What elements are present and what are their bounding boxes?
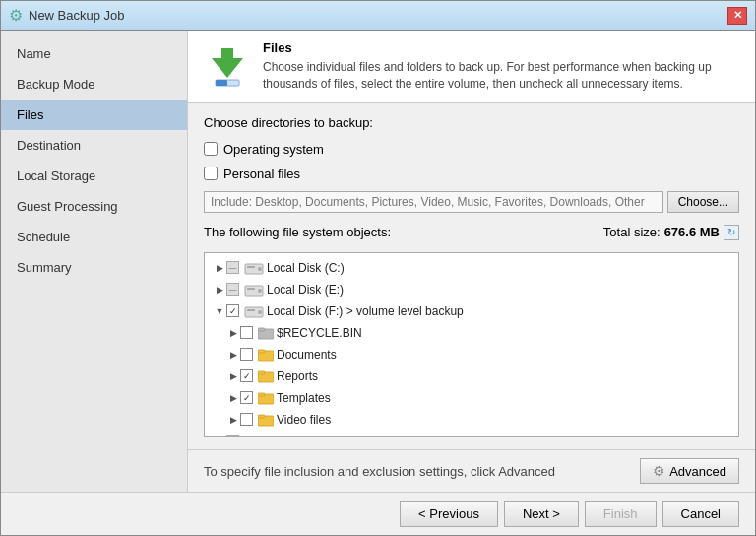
sidebar-item-files[interactable]: Files [1,100,187,130]
gear-icon: ⚙ [9,6,23,25]
drive-icon-c [244,261,264,275]
expand-system-reserved[interactable]: ▶ [213,435,226,437]
label-f-drive: Local Disk (F:) > volume level backup [267,304,464,318]
expand-recycle[interactable]: ▶ [226,326,240,340]
include-row: Choose... [204,191,739,213]
svg-point-5 [258,267,262,271]
cancel-button[interactable]: Cancel [662,501,739,527]
sidebar-item-destination[interactable]: Destination [1,130,187,161]
folder-icon-templates [258,391,274,405]
checkbox-system-reserved[interactable]: — [226,435,239,437]
svg-point-8 [258,289,262,293]
header-section: Files Choose individual files and folder… [188,31,755,103]
tree-item-reports[interactable]: ▶ ✓ Reports [205,366,738,387]
drive-icon-f [244,304,264,318]
checkbox-video[interactable] [240,413,253,426]
svg-point-11 [258,310,262,314]
refresh-icon[interactable]: ↻ [724,225,739,240]
tree-item-system-reserved[interactable]: ▶ — System Reserved [205,431,738,437]
svg-rect-2 [216,80,227,86]
advanced-button[interactable]: ⚙ Advanced [640,458,739,484]
sidebar-item-guest-processing[interactable]: Guest Processing [1,191,187,222]
folder-icon-documents [258,348,274,362]
svg-marker-0 [212,48,243,78]
personal-checkbox-row: Personal files [204,167,739,181]
personal-checkbox-label: Personal files [223,167,300,181]
svg-rect-13 [258,328,265,331]
tree-item-c-drive[interactable]: ▶ — Local Disk (C:) [205,257,738,279]
folder-icon-recycle [258,326,274,340]
label-system-reserved: System Reserved [267,435,360,437]
next-button[interactable]: Next > [504,501,579,527]
include-input[interactable] [204,191,663,213]
close-button[interactable]: ✕ [727,7,747,25]
tree-item-video[interactable]: ▶ Video files [205,409,738,431]
checkbox-f-drive[interactable]: ✓ [226,304,239,317]
sidebar-item-summary[interactable]: Summary [1,252,187,283]
total-size: Total size: 676.6 MB ↻ [603,225,739,240]
sidebar-item-backup-mode[interactable]: Backup Mode [1,69,187,100]
svg-rect-4 [247,266,255,268]
header-desc: Choose individual files and folders to b… [263,59,739,93]
expand-c-drive[interactable]: ▶ [213,261,226,275]
window-title: New Backup Job [29,8,125,23]
label-e-drive: Local Disk (E:) [267,283,344,297]
total-size-label: Total size: [603,225,661,239]
expand-f-drive[interactable]: ▼ [213,304,226,318]
previous-button[interactable]: < Previous [400,501,498,527]
label-documents: Documents [277,348,337,362]
tree-item-e-drive[interactable]: ▶ — Local Disk (E:) [205,279,738,301]
os-checkbox-label: Operating system [223,142,324,157]
tree-item-f-drive[interactable]: ▼ ✓ Local Disk (F:) > volume level backu… [205,301,738,322]
svg-rect-17 [258,371,265,374]
files-icon [204,40,251,88]
expand-templates[interactable]: ▶ [226,391,240,405]
hint-text: To specify file inclusion and exclusion … [204,464,555,479]
title-bar: ⚙ New Backup Job ✕ [1,1,755,31]
choose-label: Choose directories to backup: [204,115,739,130]
expand-documents[interactable]: ▶ [226,348,240,362]
choose-button[interactable]: Choose... [667,191,739,213]
checkbox-documents[interactable] [240,348,253,361]
main-content: Name Backup Mode Files Destination Local… [1,31,755,492]
folder-icon-video [258,413,274,427]
finish-button[interactable]: Finish [585,501,657,527]
expand-reports[interactable]: ▶ [226,369,240,383]
svg-rect-10 [247,309,255,311]
checkbox-reports[interactable]: ✓ [240,369,253,382]
content-area: Files Choose individual files and folder… [188,31,755,492]
file-system-header: The following file system objects: Total… [204,225,739,240]
file-tree: ▶ — Local Disk (C:) [204,252,739,437]
personal-checkbox[interactable] [204,167,218,180]
tree-item-templates[interactable]: ▶ ✓ Templates [205,387,738,409]
checkbox-c-drive[interactable]: — [226,261,239,274]
total-size-value: 676.6 MB [664,225,720,239]
checkbox-e-drive[interactable]: — [226,283,239,296]
checkbox-templates[interactable]: ✓ [240,391,253,404]
label-reports: Reports [277,369,318,383]
checkbox-recycle[interactable] [240,326,253,339]
footer-bar: < Previous Next > Finish Cancel [1,492,755,535]
expand-e-drive[interactable]: ▶ [213,283,226,297]
svg-rect-19 [258,393,265,396]
tree-item-documents[interactable]: ▶ Documents [205,344,738,366]
label-templates: Templates [277,391,331,405]
os-checkbox-row: Operating system [204,142,739,157]
form-section: Choose directories to backup: Operating … [188,103,755,449]
sidebar-item-local-storage[interactable]: Local Storage [1,161,187,191]
os-checkbox[interactable] [204,142,218,156]
sidebar: Name Backup Mode Files Destination Local… [1,31,188,492]
sidebar-item-name[interactable]: Name [1,38,187,69]
svg-rect-21 [258,415,265,418]
drive-icon-e [244,283,264,297]
svg-rect-15 [258,350,265,353]
label-video: Video files [277,413,331,427]
sidebar-item-schedule[interactable]: Schedule [1,222,187,252]
label-c-drive: Local Disk (C:) [267,261,345,275]
expand-video[interactable]: ▶ [226,413,240,427]
folder-icon-reports [258,369,274,383]
drive-icon-system [244,435,264,437]
header-title: Files [263,40,739,55]
bottom-bar: To specify file inclusion and exclusion … [188,449,755,492]
tree-item-recycle[interactable]: ▶ $RECYCLE.BIN [205,322,738,344]
